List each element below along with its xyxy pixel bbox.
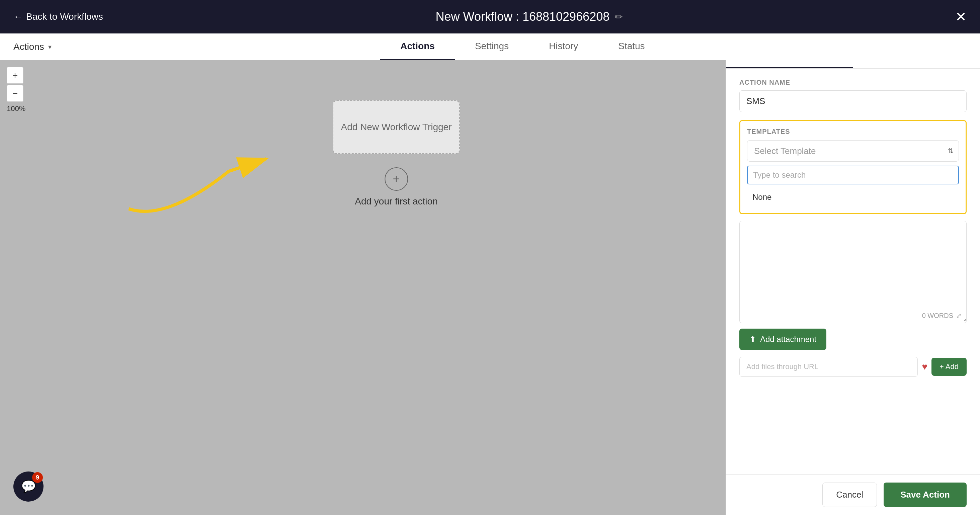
right-panel: Sms Sends a text message to the contact …	[725, 0, 980, 515]
cancel-button[interactable]: Cancel	[822, 483, 877, 507]
trigger-box-label: Add New Workflow Trigger	[341, 121, 452, 134]
chat-badge: 9	[32, 472, 43, 483]
templates-label: TEMPLATES	[747, 128, 959, 135]
workflow-title-text: New Workflow : 1688102966208	[436, 10, 610, 24]
tab-actions[interactable]: Actions	[380, 33, 455, 60]
add-url-button[interactable]: + Add	[931, 358, 967, 376]
select-template-wrapper: Select Template ⇅	[747, 140, 959, 162]
back-to-workflows-link[interactable]: ← Back to Workflows	[13, 11, 103, 22]
back-label: Back to Workflows	[26, 11, 103, 22]
zoom-level: 100%	[7, 104, 25, 113]
zoom-in-button[interactable]: +	[7, 67, 24, 84]
tab-history[interactable]: History	[529, 33, 598, 60]
add-attachment-button[interactable]: ⬆ Add attachment	[739, 329, 826, 350]
zoom-out-button[interactable]: −	[7, 85, 24, 102]
add-workflow-trigger-box[interactable]: Add New Workflow Trigger	[333, 100, 460, 154]
templates-section: TEMPLATES Select Template ⇅ None	[739, 120, 967, 214]
add-action-circle-button[interactable]: +	[385, 167, 408, 191]
chat-icon: 💬	[21, 480, 36, 494]
url-input[interactable]	[739, 357, 918, 377]
heart-icon[interactable]: ♥	[922, 361, 928, 372]
template-option-none[interactable]: None	[747, 188, 959, 207]
action-name-label: ACTION NAME	[739, 79, 967, 86]
actions-dropdown-chevron-icon: ▾	[48, 43, 51, 51]
template-search-input[interactable]	[753, 170, 953, 180]
actions-dropdown[interactable]: Actions ▾	[0, 33, 65, 60]
close-panel-icon[interactable]: ✕	[955, 9, 967, 24]
expand-icon: ⤢	[956, 312, 962, 319]
message-area-wrapper: 0 WORDS ⤢	[739, 221, 967, 323]
upload-icon: ⬆	[749, 335, 756, 344]
arrow-annotation	[80, 134, 315, 227]
tab-settings[interactable]: Settings	[455, 33, 529, 60]
panel-content: ACTION NAME TEMPLATES Select Template ⇅ …	[726, 68, 980, 474]
sub-header: Actions ▾ Actions Settings History Statu…	[0, 33, 980, 60]
action-name-input[interactable]	[739, 91, 967, 112]
canvas-controls: + − 100%	[7, 67, 25, 113]
top-header: ← Back to Workflows New Workflow : 16881…	[0, 0, 980, 33]
panel-footer: Cancel Save Action	[726, 474, 980, 515]
message-textarea[interactable]	[740, 221, 966, 321]
word-count: 0 WORDS ⤢	[922, 312, 962, 319]
main-tabs: Actions Settings History Status	[65, 33, 980, 60]
url-input-row: ♥ + Add	[739, 357, 967, 377]
actions-dropdown-label: Actions	[13, 41, 44, 52]
search-input-wrapper	[747, 165, 959, 184]
chat-bubble[interactable]: 💬 9	[13, 472, 43, 502]
edit-workflow-icon[interactable]: ✏	[615, 11, 622, 22]
add-action-label: Add your first action	[355, 196, 438, 207]
add-action-area: + Add your first action	[355, 167, 438, 207]
select-template-dropdown[interactable]: Select Template	[747, 140, 959, 162]
workflow-title: New Workflow : 1688102966208 ✏	[103, 10, 955, 24]
tab-status[interactable]: Status	[598, 33, 665, 60]
canvas-area: + − 100% Add New Workflow Trigger + Add …	[0, 60, 792, 515]
save-action-button[interactable]: Save Action	[884, 483, 967, 507]
back-arrow-icon: ←	[13, 11, 23, 22]
